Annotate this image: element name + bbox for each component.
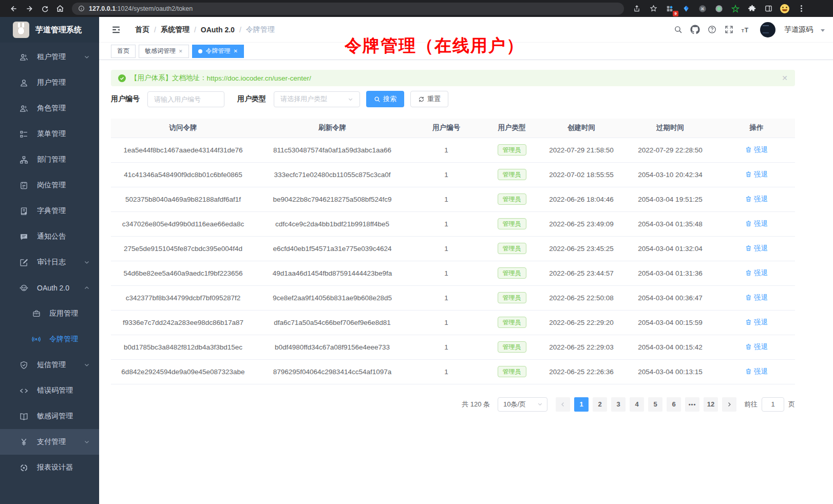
sidebar-item-11[interactable]: a令牌管理 — [0, 326, 99, 352]
sidebar-item-9[interactable]: OAuth 2.0 — [0, 275, 99, 301]
force-logout-label: 强退 — [754, 268, 768, 278]
sidebar-item-14[interactable]: 敏感词管理 — [0, 403, 99, 429]
expire-time-cell: 2054-03-10 20:42:34 — [622, 162, 718, 187]
page-button-1[interactable]: 1 — [574, 397, 589, 412]
search-icon[interactable] — [672, 24, 684, 35]
tab-close-icon[interactable]: ✕ — [234, 48, 238, 54]
force-logout-button[interactable]: 强退 — [745, 244, 768, 253]
page-button-3[interactable]: 3 — [611, 397, 626, 412]
collapse-sidebar-icon[interactable] — [111, 25, 121, 34]
page-button-5[interactable]: 5 — [648, 397, 662, 412]
github-icon[interactable] — [689, 24, 701, 35]
force-logout-button[interactable]: 强退 — [745, 342, 768, 352]
sidebar-item-7[interactable]: 通知公告 — [0, 224, 99, 249]
force-logout-button[interactable]: 强退 — [745, 318, 768, 327]
breadcrumb-item[interactable]: OAuth 2.0 — [201, 26, 235, 34]
page-button-2[interactable]: 2 — [593, 397, 607, 412]
side-panel-icon[interactable] — [761, 2, 776, 15]
profile-avatar-icon[interactable] — [777, 2, 792, 15]
column-header: 访问令牌 — [111, 119, 255, 138]
force-logout-button[interactable]: 强退 — [745, 367, 768, 376]
chrome-menu-icon[interactable] — [793, 2, 809, 15]
tab-令牌管理[interactable]: 令牌管理✕ — [192, 45, 244, 58]
goto-page-input[interactable] — [762, 397, 784, 412]
user-type-badge: 管理员 — [498, 218, 526, 229]
reset-button-label: 重置 — [427, 94, 441, 104]
sidebar-item-2[interactable]: 角色管理 — [0, 95, 99, 121]
extensions-puzzle-icon[interactable] — [744, 2, 760, 15]
extension-kite-icon[interactable] — [678, 2, 694, 15]
tab-首页[interactable]: 首页 — [111, 45, 136, 58]
sidebar-item-1[interactable]: 用户管理 — [0, 70, 99, 95]
sidebar-item-16[interactable]: 报表设计器 — [0, 455, 99, 480]
sidebar-item-6[interactable]: 字典管理 — [0, 198, 99, 224]
tab-label: 令牌管理 — [206, 47, 231, 55]
refresh-token-cell: dfa6c71a50a54c66bef706ef9e6e8d81 — [255, 310, 409, 335]
user-name[interactable]: 芋道源码 — [784, 25, 813, 34]
app-logo-row[interactable]: 芋道管理系统 — [0, 17, 99, 43]
home-icon[interactable] — [52, 2, 68, 15]
force-logout-button[interactable]: 强退 — [745, 219, 768, 228]
sidebar-item-13[interactable]: 错误码管理 — [0, 378, 99, 403]
site-info-icon[interactable] — [78, 5, 85, 12]
page-size-select[interactable]: 10条/页 — [498, 397, 547, 412]
alert-link[interactable]: https://doc.iocoder.cn/user-center/ — [207, 74, 311, 82]
help-icon[interactable] — [706, 24, 717, 35]
create-time-cell: 2022-06-25 22:50:08 — [540, 285, 622, 310]
tab-close-icon[interactable]: ✕ — [179, 49, 183, 54]
alert-close-icon[interactable]: ✕ — [782, 74, 788, 82]
reload-icon[interactable] — [37, 2, 52, 15]
sidebar-item-15[interactable]: 支付管理 — [0, 429, 99, 455]
prev-page-button[interactable] — [556, 397, 570, 412]
svg-text:T: T — [745, 26, 749, 33]
tab-敏感词管理[interactable]: 敏感词管理✕ — [139, 45, 189, 58]
sidebar-item-12[interactable]: 短信管理 — [0, 352, 99, 378]
breadcrumb-item[interactable]: 系统管理 — [161, 25, 190, 34]
bookmark-star-icon[interactable] — [646, 2, 661, 15]
column-header: 操作 — [718, 119, 795, 138]
fullscreen-icon[interactable] — [723, 24, 734, 35]
user-type-cell: 管理员 — [483, 211, 540, 236]
user-menu-caret-icon[interactable] — [821, 29, 825, 32]
search-button[interactable]: 搜索 — [366, 91, 404, 107]
share-icon[interactable] — [629, 2, 645, 15]
sidebar-item-4[interactable]: 部门管理 — [0, 147, 99, 172]
extension-tango-icon[interactable]: 9 — [662, 2, 677, 15]
sidebar-item-3[interactable]: 菜单管理 — [0, 121, 99, 147]
extension-record-icon[interactable] — [711, 2, 727, 15]
reset-button[interactable]: 重置 — [410, 91, 448, 107]
chevron-down-icon — [84, 54, 90, 60]
sidebar-item-label: 令牌管理 — [49, 335, 78, 344]
sidebar-item-10[interactable]: 应用管理 — [0, 301, 99, 326]
filter-form: 用户编号 用户类型 请选择用户类型 搜索 重置 — [111, 91, 795, 107]
force-logout-button[interactable]: 强退 — [745, 145, 768, 154]
audit-log-icon — [20, 258, 28, 267]
force-logout-button[interactable]: 强退 — [745, 195, 768, 204]
table-row: 1ea5e44f8bc1467aaede43144f31de76811c5304… — [111, 138, 795, 162]
page-ellipsis[interactable]: ••• — [685, 397, 699, 412]
page-button-6[interactable]: 6 — [667, 397, 681, 412]
address-bar[interactable]: 127.0.0.1:1024/system/oauth2/token — [72, 3, 624, 15]
force-logout-button[interactable]: 强退 — [745, 268, 768, 278]
force-logout-label: 强退 — [754, 367, 768, 376]
user-type-select[interactable]: 请选择用户类型 — [274, 91, 360, 107]
font-size-icon[interactable]: TT — [740, 24, 751, 35]
svg-text:⌘: ⌘ — [701, 6, 704, 11]
user-type-cell: 管理员 — [483, 359, 540, 384]
breadcrumb-item[interactable]: 首页 — [135, 25, 149, 34]
next-page-button[interactable] — [722, 397, 736, 412]
extension-star-icon[interactable] — [728, 2, 743, 15]
user-avatar[interactable] — [760, 22, 775, 37]
forward-icon[interactable] — [22, 2, 37, 15]
page-button-12[interactable]: 12 — [704, 397, 718, 412]
sidebar-item-8[interactable]: 审计日志 — [0, 249, 99, 275]
sidebar-item-5[interactable]: 岗位管理 — [0, 172, 99, 198]
browser-chrome: 127.0.0.1:1024/system/oauth2/token 9 ⌘ — [0, 0, 833, 17]
page-button-4[interactable]: 4 — [630, 397, 644, 412]
sidebar-item-0[interactable]: 租户管理 — [0, 44, 99, 70]
force-logout-button[interactable]: 强退 — [745, 293, 768, 302]
extension-command-icon[interactable]: ⌘ — [695, 2, 710, 15]
back-icon[interactable] — [6, 2, 22, 15]
user-id-input[interactable] — [147, 91, 224, 107]
force-logout-button[interactable]: 强退 — [745, 170, 768, 179]
